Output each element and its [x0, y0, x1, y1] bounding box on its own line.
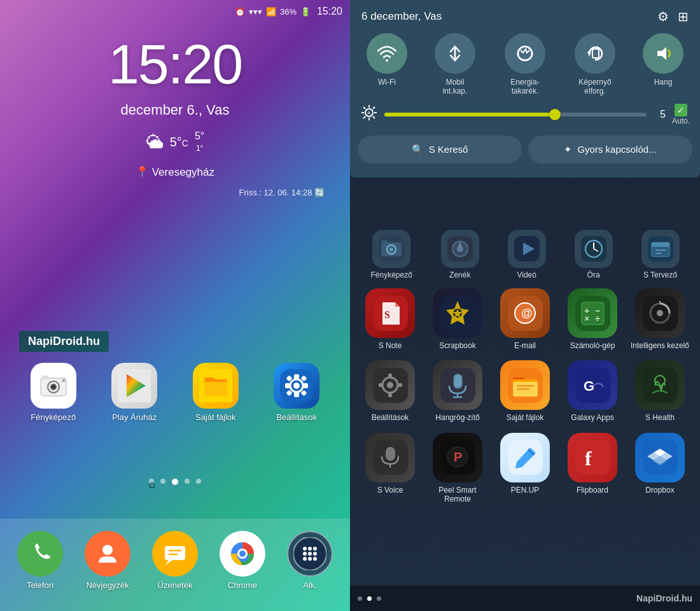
svg-point-39: [303, 552, 307, 556]
top-video-label: Videó: [517, 270, 536, 279]
qs-toggle-wifi[interactable]: Wi-Fi: [367, 33, 407, 96]
app-shealth[interactable]: S Health: [630, 360, 690, 422]
app-row-2: Beállítások Hangrög-zítő Saját fájlok G …: [350, 355, 700, 427]
messages-icon: [152, 531, 198, 577]
top-app-camera[interactable]: Fényképező: [370, 230, 412, 279]
brightness-bar[interactable]: [384, 113, 647, 116]
qs-grid-icon[interactable]: ⊞: [678, 9, 689, 24]
svg-rect-86: [379, 383, 382, 387]
dock-chrome[interactable]: Chrome: [220, 531, 265, 590]
app-voicerec[interactable]: Hangrög-zítő: [428, 360, 488, 422]
s-finder-button[interactable]: 🔍 S Kereső: [358, 136, 522, 164]
svg-rect-96: [517, 388, 529, 390]
qs-toggle-data[interactable]: Mobil int.kap.: [433, 33, 477, 96]
top-app-clock[interactable]: Óra: [575, 230, 613, 279]
qs-gear-icon[interactable]: ⚙: [657, 9, 669, 24]
top-app-music[interactable]: Zenék: [441, 230, 479, 279]
files-label: Saját fájlok: [195, 412, 236, 422]
qs-brightness-row: A 5 ✓ Auto.: [350, 99, 700, 130]
brightness-icon: A: [360, 104, 378, 125]
qs-toggle-power[interactable]: Energia-takarék.: [503, 33, 547, 96]
app-flipboard[interactable]: f Flipboard: [563, 433, 623, 504]
svg-point-14: [293, 383, 300, 389]
left-apps-row: Fényképező Play Á: [0, 363, 350, 422]
brightness-value: 5: [653, 109, 666, 120]
quick-connect-label: Gyors kapcsolód...: [577, 144, 656, 155]
quick-connect-icon: ✦: [564, 144, 572, 155]
left-weather: 🌥 5°C 5°1°: [0, 130, 350, 153]
files-icon: [193, 363, 239, 409]
qs-header-icons: ⚙ ⊞: [657, 9, 689, 24]
chrome-icon: [220, 531, 265, 577]
app-settings[interactable]: Beállítások: [274, 363, 319, 422]
power-toggle-btn: [505, 33, 545, 74]
penup-label: PEN.UP: [511, 486, 540, 495]
svg-rect-102: [386, 447, 395, 460]
penup-icon: [500, 433, 550, 482]
app-email[interactable]: @ E-mail: [495, 288, 556, 350]
app-peel[interactable]: P Peel Smart Remote: [428, 433, 488, 504]
top-app-planner[interactable]: S Tervező: [641, 230, 680, 279]
svg-point-38: [313, 547, 317, 551]
svg-rect-85: [388, 393, 392, 397]
left-status-bar: ⏰ ▾▾▾ 📶 36% 🔋 15:20: [0, 0, 350, 23]
phone-label: Telefon: [27, 580, 53, 590]
data-toggle-label: Mobil int.kap.: [433, 78, 477, 96]
top-music-icon: [441, 230, 479, 268]
left-date: december 6., Vas: [0, 102, 350, 118]
qs-toggle-sound[interactable]: Hang: [643, 33, 683, 96]
svg-rect-49: [382, 240, 387, 243]
svg-point-79: [657, 310, 663, 316]
qs-toggle-rotation[interactable]: Képernyő elforg.: [573, 33, 617, 96]
svg-point-40: [308, 552, 312, 556]
page-dots: ⌂: [0, 479, 350, 485]
svg-line-126: [363, 107, 365, 109]
app-svoice[interactable]: S Voice: [360, 433, 421, 504]
app-smartmanager[interactable]: Intelligens kezelő: [630, 288, 690, 350]
app-settings2[interactable]: Beállítások: [360, 360, 421, 422]
app-files[interactable]: Saját fájlok: [193, 363, 239, 422]
right-page-dots: [358, 596, 381, 601]
quick-connect-button[interactable]: ✦ Gyors kapcsolód...: [528, 136, 692, 164]
app-snote[interactable]: S S Note: [360, 288, 421, 350]
app-scrapbook[interactable]: Scrapbook: [428, 288, 488, 350]
battery-text: 36%: [280, 7, 297, 17]
svg-point-44: [313, 557, 317, 561]
s-finder-icon: 🔍: [412, 144, 424, 155]
svg-rect-61: [652, 242, 669, 247]
app-camera[interactable]: Fényképező: [31, 363, 76, 422]
app-galaxyapps[interactable]: G Galaxy Apps: [563, 360, 623, 422]
myfiles2-icon: [500, 360, 550, 410]
contacts-label: Névjegyzék: [86, 580, 129, 590]
qs-toggles: Wi-Fi Mobil int.kap. Energia-takarék. Ké…: [350, 31, 700, 99]
dropbox-icon: [635, 433, 685, 482]
phone-icon: [17, 531, 63, 577]
bottom-dock: Telefon Névjegyzék: [0, 519, 350, 611]
app-calculator[interactable]: + −× ÷ Számoló-gép: [563, 288, 623, 350]
contacts-icon: [85, 531, 130, 577]
dock-messages[interactable]: Üzenetek: [152, 531, 198, 590]
right-dot-1: [358, 596, 362, 601]
svg-rect-87: [398, 383, 402, 387]
peel-label: Peel Smart Remote: [428, 486, 488, 504]
dock-allapps[interactable]: Alk.: [287, 531, 333, 590]
top-app-video[interactable]: Videó: [508, 230, 546, 279]
brightness-auto[interactable]: ✓ Auto.: [672, 104, 690, 125]
dock-phone[interactable]: Telefon: [17, 531, 63, 590]
calculator-icon: + −× ÷: [568, 288, 617, 338]
svg-rect-89: [454, 374, 462, 388]
app-dropbox[interactable]: Dropbox: [630, 433, 690, 504]
allapps-icon: [287, 531, 333, 577]
top-planner-label: S Tervező: [643, 270, 677, 279]
peel-icon: P: [433, 433, 482, 482]
app-myfiles2[interactable]: Saját fájlok: [495, 360, 556, 422]
app-row-1: S S Note Scrapbook @ E-mail + −× ÷: [350, 283, 700, 355]
app-playstore[interactable]: Play Áruház: [111, 363, 157, 422]
svoice-label: S Voice: [377, 486, 403, 495]
top-camera-label: Fényképező: [370, 270, 412, 279]
camera-icon: [31, 363, 76, 409]
app-penup[interactable]: PEN.UP: [495, 433, 556, 504]
svg-marker-120: [657, 47, 666, 60]
dock-contacts[interactable]: Névjegyzék: [85, 531, 130, 590]
settings2-label: Beállítások: [372, 413, 409, 422]
